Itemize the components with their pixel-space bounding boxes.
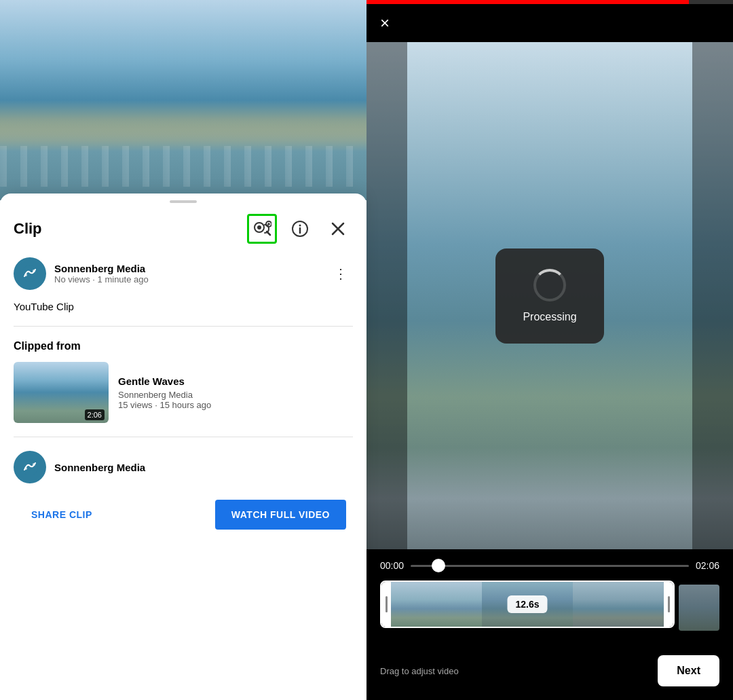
add-clip-icon-button[interactable] bbox=[247, 214, 277, 244]
info-icon bbox=[291, 220, 309, 238]
drag-hint: Drag to adjust video bbox=[380, 666, 459, 676]
time-row: 00:00 02:06 bbox=[380, 560, 719, 571]
channel-name: Sonnenberg Media bbox=[54, 263, 320, 274]
close-icon-button[interactable] bbox=[323, 214, 353, 244]
channel-avatar-icon bbox=[20, 264, 39, 283]
source-video-thumbnail[interactable]: 2:06 bbox=[14, 362, 109, 423]
svg-point-13 bbox=[33, 270, 35, 272]
clip-frames: 12.6s bbox=[391, 582, 664, 627]
clip-sheet: Clip bbox=[0, 194, 366, 700]
frame-segment-3 bbox=[573, 582, 664, 627]
clip-strip[interactable]: 12.6s bbox=[380, 581, 675, 628]
svg-line-2 bbox=[267, 232, 270, 235]
loading-progress-bar bbox=[366, 0, 733, 4]
clip-handle-left[interactable] bbox=[381, 582, 391, 627]
clip-handle-right[interactable] bbox=[664, 582, 673, 627]
processing-overlay: Processing bbox=[495, 248, 604, 344]
svg-point-11 bbox=[22, 265, 38, 282]
video-right-overlay bbox=[692, 42, 733, 549]
channel-avatar-bottom-icon bbox=[20, 458, 39, 477]
svg-point-1 bbox=[257, 225, 261, 229]
handle-bar-left bbox=[386, 596, 388, 612]
handle-bar-right bbox=[668, 596, 670, 612]
clipped-from-row: 2:06 Gentle Waves Sonnenberg Media 15 vi… bbox=[14, 362, 353, 437]
video-left-overlay bbox=[366, 42, 407, 549]
watch-full-video-button[interactable]: WATCH FULL VIDEO bbox=[215, 500, 346, 530]
channel-row: Sonnenberg Media No views · 1 minute ago… bbox=[14, 257, 353, 290]
svg-point-15 bbox=[24, 467, 27, 470]
channel-row-bottom: Sonnenberg Media bbox=[14, 451, 353, 483]
loading-spinner bbox=[533, 269, 566, 301]
channel-avatar-bottom[interactable] bbox=[14, 451, 46, 483]
next-button[interactable]: Next bbox=[658, 655, 719, 686]
right-panel: × Processing 00:00 02:06 bbox=[366, 0, 733, 700]
close-button[interactable]: × bbox=[380, 14, 390, 33]
left-panel: Clip bbox=[0, 0, 366, 700]
clip-strip-extra bbox=[679, 585, 719, 631]
channel-name-bottom: Sonnenberg Media bbox=[54, 462, 145, 473]
scrubber-thumb[interactable] bbox=[432, 559, 445, 572]
clip-add-icon bbox=[252, 219, 271, 238]
drag-handle bbox=[170, 200, 197, 203]
svg-point-16 bbox=[33, 463, 35, 466]
time-end: 02:06 bbox=[696, 560, 719, 571]
right-header: × bbox=[366, 4, 733, 42]
timeline-section: 00:00 02:06 12.6s bbox=[366, 549, 733, 648]
bottom-bar: Drag to adjust video Next bbox=[366, 648, 733, 700]
video-duration: 2:06 bbox=[85, 409, 105, 420]
clip-description: YouTube Clip bbox=[14, 301, 353, 327]
channel-info: Sonnenberg Media No views · 1 minute ago bbox=[54, 263, 320, 284]
processing-text: Processing bbox=[523, 311, 576, 323]
source-video-title: Gentle Waves bbox=[118, 375, 353, 387]
time-start: 00:00 bbox=[380, 560, 404, 571]
info-icon-button[interactable] bbox=[285, 214, 315, 244]
left-video-background bbox=[0, 0, 366, 200]
share-clip-button[interactable]: SHARE CLIP bbox=[20, 502, 103, 527]
progress-fill bbox=[366, 0, 689, 4]
more-options-button[interactable]: ⋮ bbox=[328, 263, 353, 284]
svg-point-8 bbox=[299, 225, 301, 227]
clip-duration-badge: 12.6s bbox=[507, 595, 547, 613]
svg-point-12 bbox=[24, 274, 27, 276]
svg-point-14 bbox=[22, 459, 38, 475]
source-video-channel: Sonnenberg Media bbox=[118, 390, 353, 400]
frame-segment-1 bbox=[391, 582, 482, 627]
clip-header: Clip bbox=[14, 214, 353, 244]
scrubber-track[interactable] bbox=[411, 565, 689, 567]
close-icon bbox=[330, 221, 346, 237]
clipped-from-label: Clipped from bbox=[14, 340, 353, 352]
action-buttons: SHARE CLIP WATCH FULL VIDEO bbox=[14, 500, 353, 530]
channel-meta: No views · 1 minute ago bbox=[54, 274, 320, 284]
channel-avatar[interactable] bbox=[14, 257, 46, 290]
source-video-meta: 15 views · 15 hours ago bbox=[118, 400, 353, 410]
source-video-info: Gentle Waves Sonnenberg Media 15 views ·… bbox=[118, 375, 353, 410]
clip-title: Clip bbox=[14, 220, 42, 238]
video-area: Processing bbox=[366, 42, 733, 549]
header-icons bbox=[247, 214, 353, 244]
